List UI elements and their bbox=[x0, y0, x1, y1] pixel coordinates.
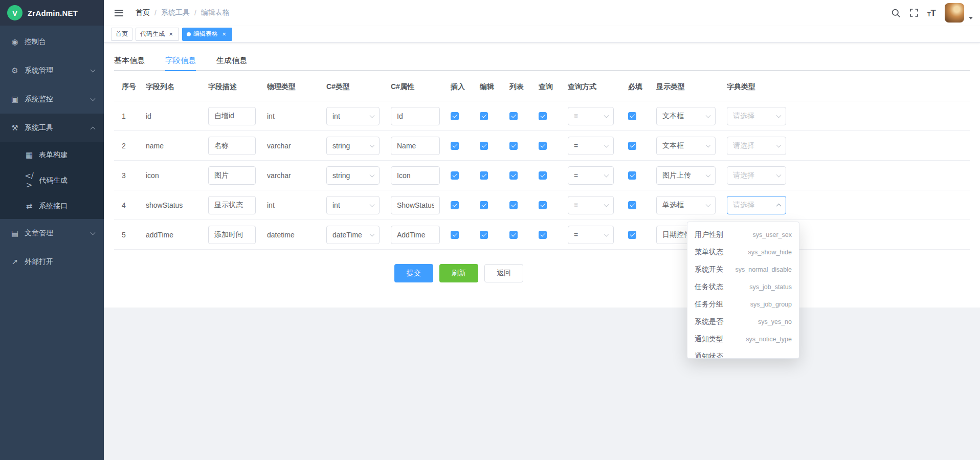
avatar[interactable] bbox=[945, 3, 964, 23]
query-mode-select[interactable]: = bbox=[568, 166, 614, 185]
cs-property-input[interactable] bbox=[391, 226, 440, 244]
dict-type-select[interactable]: 请选择 bbox=[727, 107, 786, 125]
required-checkbox[interactable] bbox=[628, 201, 636, 209]
dropdown-option[interactable]: 系统开关 sys_normal_disable bbox=[687, 261, 799, 278]
sidebar-item[interactable]: ▣ 系统监控 bbox=[0, 85, 104, 114]
table-icon: ▦ bbox=[25, 150, 34, 160]
sidebar-item[interactable]: ⚙ 系统管理 bbox=[0, 56, 104, 85]
sidebar-item[interactable]: ⇄ 系统接口 bbox=[0, 193, 104, 219]
edit-checkbox[interactable] bbox=[480, 171, 488, 180]
insert-checkbox[interactable] bbox=[451, 231, 459, 239]
dropdown-option[interactable]: 任务分组 sys_job_group bbox=[687, 296, 799, 313]
content-tab[interactable]: 基本信息 bbox=[114, 50, 145, 71]
refresh-button[interactable]: 刷新 bbox=[439, 264, 478, 282]
tag[interactable]: 编辑表格 bbox=[182, 28, 232, 41]
chevron-icon bbox=[91, 96, 96, 101]
display-type-select[interactable]: 图片上传 bbox=[656, 166, 716, 185]
sidebar-item[interactable]: ⚒ 系统工具 bbox=[0, 114, 104, 142]
query-checkbox[interactable] bbox=[539, 201, 547, 209]
dropdown-option[interactable]: 菜单状态 sys_show_hide bbox=[687, 244, 799, 261]
description-input[interactable] bbox=[208, 196, 256, 214]
dict-type-select[interactable]: 请选择 bbox=[727, 137, 786, 155]
edit-checkbox[interactable] bbox=[480, 201, 488, 209]
breadcrumb-item[interactable]: 编辑表格 bbox=[201, 8, 230, 17]
list-checkbox[interactable] bbox=[509, 142, 518, 150]
table-row: 3 icon varchar string bbox=[114, 161, 970, 190]
close-icon[interactable] bbox=[167, 31, 174, 38]
cs-type-select[interactable]: string bbox=[326, 166, 380, 185]
cs-type-select[interactable]: string bbox=[326, 137, 380, 155]
sidebar-item[interactable]: </​> 代码生成 bbox=[0, 168, 104, 193]
query-mode-select[interactable]: = bbox=[568, 226, 614, 244]
logo[interactable]: V ZrAdmin.NET bbox=[0, 0, 104, 26]
query-mode-select[interactable]: = bbox=[568, 137, 614, 155]
description-input[interactable] bbox=[208, 107, 256, 125]
chevron-icon bbox=[91, 230, 96, 235]
description-input[interactable] bbox=[208, 166, 256, 185]
font-size-icon[interactable] bbox=[927, 9, 936, 17]
required-checkbox[interactable] bbox=[628, 112, 636, 120]
content-tab[interactable]: 生成信息 bbox=[216, 50, 247, 71]
sidebar-item[interactable]: ▤ 文章管理 bbox=[0, 219, 104, 248]
dropdown-option[interactable]: 用户性别 sys_user_sex bbox=[687, 226, 799, 244]
sidebar-item[interactable]: ◉ 控制台 bbox=[0, 28, 104, 56]
dict-type-placeholder: 请选择 bbox=[733, 201, 754, 210]
list-checkbox[interactable] bbox=[509, 112, 518, 120]
cs-property-input[interactable] bbox=[391, 166, 440, 185]
display-type-select[interactable]: 文本框 bbox=[656, 107, 716, 125]
insert-checkbox[interactable] bbox=[451, 112, 459, 120]
sidebar-toggle-icon[interactable] bbox=[112, 6, 125, 19]
list-checkbox[interactable] bbox=[509, 201, 518, 209]
sidebar-item[interactable]: ↗ 外部打开 bbox=[0, 248, 104, 276]
required-checkbox[interactable] bbox=[628, 231, 636, 239]
close-icon[interactable] bbox=[220, 31, 228, 38]
insert-checkbox[interactable] bbox=[451, 142, 459, 150]
required-checkbox[interactable] bbox=[628, 142, 636, 150]
insert-checkbox[interactable] bbox=[451, 201, 459, 209]
edit-checkbox[interactable] bbox=[480, 112, 488, 120]
tags-bar: 首页 代码生成 编辑表格 bbox=[104, 26, 980, 43]
fullscreen-icon[interactable] bbox=[909, 8, 919, 17]
content-tab[interactable]: 字段信息 bbox=[165, 50, 196, 71]
dropdown-option[interactable]: 通知类型 sys_notice_type bbox=[687, 331, 799, 348]
description-input[interactable] bbox=[208, 226, 256, 244]
dropdown-option[interactable]: 系统是否 sys_yes_no bbox=[687, 313, 799, 331]
cs-property-input[interactable] bbox=[391, 196, 440, 214]
list-checkbox[interactable] bbox=[509, 231, 518, 239]
tag-label: 首页 bbox=[116, 30, 128, 38]
column-header: C#属性 bbox=[391, 82, 451, 92]
edit-checkbox[interactable] bbox=[480, 142, 488, 150]
query-mode-select[interactable]: = bbox=[568, 196, 614, 214]
breadcrumb-item[interactable]: 首页 bbox=[136, 8, 150, 17]
cs-type-select[interactable]: int bbox=[326, 107, 380, 125]
query-checkbox[interactable] bbox=[539, 231, 547, 239]
query-checkbox[interactable] bbox=[539, 142, 547, 150]
display-type-select[interactable]: 单选框 bbox=[656, 196, 716, 214]
cs-type-select[interactable]: dateTime bbox=[326, 226, 380, 244]
back-button[interactable]: 返回 bbox=[484, 264, 523, 282]
query-checkbox[interactable] bbox=[539, 171, 547, 180]
dict-type-select[interactable]: 请选择 bbox=[727, 196, 786, 214]
list-checkbox[interactable] bbox=[509, 171, 518, 180]
edit-checkbox[interactable] bbox=[480, 231, 488, 239]
tag[interactable]: 代码生成 bbox=[136, 28, 179, 41]
query-checkbox[interactable] bbox=[539, 112, 547, 120]
cs-property-input[interactable] bbox=[391, 137, 440, 155]
insert-checkbox[interactable] bbox=[451, 171, 459, 180]
caret-down-icon[interactable] bbox=[969, 17, 973, 19]
cs-property-input[interactable] bbox=[391, 107, 440, 125]
required-checkbox[interactable] bbox=[628, 171, 636, 180]
query-mode-select[interactable]: = bbox=[568, 107, 614, 125]
submit-button[interactable]: 提交 bbox=[394, 264, 433, 282]
description-input[interactable] bbox=[208, 137, 256, 155]
search-icon[interactable] bbox=[891, 8, 901, 18]
dropdown-option[interactable]: 通知状态 bbox=[687, 348, 799, 359]
breadcrumb-item[interactable]: 系统工具 bbox=[161, 8, 190, 17]
tag[interactable]: 首页 bbox=[111, 28, 132, 41]
table-header: 序号 字段列名 字段描述 物理类型 C#类型 C#属性 插入 编辑 列表 bbox=[114, 73, 970, 101]
dropdown-option[interactable]: 任务状态 sys_job_status bbox=[687, 278, 799, 296]
cs-type-select[interactable]: int bbox=[326, 196, 380, 214]
sidebar-item[interactable]: ▦ 表单构建 bbox=[0, 142, 104, 168]
dict-type-select[interactable]: 请选择 bbox=[727, 166, 786, 185]
display-type-select[interactable]: 文本框 bbox=[656, 137, 716, 155]
